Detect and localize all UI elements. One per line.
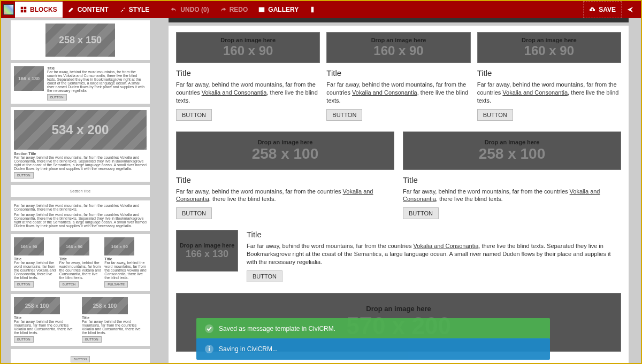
thumb-title: Section Title bbox=[14, 152, 147, 156]
app-logo bbox=[3, 4, 14, 15]
block-text[interactable]: Far far away, behind the word mountains,… bbox=[403, 188, 621, 204]
thumb-text: Far far away, behind the word mountains,… bbox=[82, 320, 147, 335]
block-template[interactable]: 534 x 200 Section Title Far far away, be… bbox=[11, 107, 150, 182]
send-icon bbox=[627, 6, 633, 13]
placeholder-image: 166 x 90 bbox=[14, 237, 44, 255]
undo-label: UNDO (0) bbox=[180, 6, 209, 13]
toast-info: Saving in CiviCRM... bbox=[196, 338, 550, 360]
placeholder-image: 258 x 150 bbox=[45, 24, 115, 57]
thumb-text: Far far away, behind the word mountains,… bbox=[14, 204, 147, 211]
block-button[interactable]: BUTTON bbox=[247, 270, 282, 282]
block-button[interactable]: BUTTON bbox=[326, 109, 362, 121]
thumb-button: BUTTON bbox=[14, 281, 34, 288]
placeholder-image: 166 x 90 bbox=[59, 237, 89, 255]
thumb-title: Title bbox=[47, 66, 147, 70]
image-dropzone[interactable]: Drop an image here160 x 90 bbox=[326, 32, 470, 63]
block-template[interactable]: 258 x 150 bbox=[11, 20, 150, 60]
placeholder-image: 166 x 130 bbox=[14, 66, 44, 91]
thumb-button: BUTTON bbox=[14, 336, 34, 343]
thumb-text: Far far away, behind the word mountains,… bbox=[14, 156, 147, 171]
block-button[interactable]: BUTTON bbox=[403, 207, 439, 219]
check-icon bbox=[205, 324, 213, 333]
block-template[interactable]: 166 x 90 Title Far far away, behind the … bbox=[11, 234, 150, 291]
thumb-text: Far far away, behind the word mountains,… bbox=[104, 261, 147, 280]
block-button[interactable]: BUTTON bbox=[176, 207, 212, 219]
tab-style[interactable]: STYLE bbox=[114, 2, 155, 18]
canvas-topstrip bbox=[169, 18, 629, 22]
block-text[interactable]: Far far away, behind the word mountains,… bbox=[176, 81, 320, 105]
block-text[interactable]: Far far away, behind the word mountains,… bbox=[176, 188, 394, 204]
thumb-title: Title bbox=[82, 316, 147, 320]
save-button[interactable]: SAVE bbox=[583, 1, 622, 18]
info-icon bbox=[205, 345, 213, 353]
thumb-text: Far far away, behind the word mountains,… bbox=[14, 320, 79, 335]
thumb-button: PULSANTE bbox=[104, 281, 128, 288]
block-template[interactable]: 258 x 100 Title Far far away, behind the… bbox=[11, 294, 150, 346]
thumb-button: BUTTON bbox=[71, 356, 90, 362]
thumb-text: Far far away, behind the word mountains,… bbox=[59, 261, 102, 280]
thumb-title: Title bbox=[14, 316, 79, 320]
thumb-text: Far far away, behind the word mountains,… bbox=[14, 261, 56, 280]
redo-label: REDO bbox=[230, 6, 248, 13]
block-title[interactable]: Title bbox=[326, 68, 470, 78]
placeholder-image: 534 x 200 bbox=[14, 110, 147, 150]
block-title[interactable]: Title bbox=[176, 68, 320, 78]
thumb-title: Title bbox=[59, 257, 102, 261]
redo-button[interactable]: REDO bbox=[215, 2, 254, 18]
block-button[interactable]: BUTTON bbox=[176, 109, 212, 121]
block-text[interactable]: Far far away, behind the word mountains,… bbox=[477, 81, 621, 105]
send-button[interactable] bbox=[622, 1, 639, 18]
blocks-icon bbox=[20, 6, 27, 13]
thumb-button: BUTTON bbox=[82, 336, 102, 343]
three-column-block[interactable]: Drop an image here160 x 90 Title Far far… bbox=[176, 32, 621, 121]
block-template[interactable]: BUTTON bbox=[11, 349, 150, 363]
block-template[interactable]: Far far away, behind the word mountains,… bbox=[11, 200, 150, 231]
gallery-button[interactable]: GALLERY bbox=[253, 2, 304, 18]
redo-icon bbox=[220, 6, 226, 13]
image-text-block[interactable]: Drop an image here166 x 130 Title Far fa… bbox=[176, 230, 621, 282]
image-dropzone[interactable]: Drop an image here258 x 100 bbox=[176, 131, 394, 170]
tab-blocks[interactable]: BLOCKS bbox=[15, 2, 63, 18]
image-dropzone[interactable]: Drop an image here166 x 130 bbox=[176, 230, 238, 272]
preview-button[interactable] bbox=[304, 2, 321, 17]
thumb-title: Title bbox=[14, 257, 56, 261]
thumb-title: Section Title bbox=[70, 189, 90, 193]
undo-button[interactable]: UNDO (0) bbox=[165, 2, 214, 18]
toast-message: Saving in CiviCRM... bbox=[219, 345, 278, 353]
block-text[interactable]: Far far away, behind the word mountains,… bbox=[247, 242, 621, 266]
cloud-icon bbox=[589, 6, 595, 13]
block-template[interactable]: Section Title bbox=[11, 185, 150, 197]
block-button[interactable]: BUTTON bbox=[477, 109, 513, 121]
toast-message: Saved as message template in CiviCRM. bbox=[219, 325, 335, 332]
image-icon bbox=[258, 6, 265, 13]
block-template[interactable]: 166 x 130 Title Far far away, behind the… bbox=[11, 63, 150, 104]
image-dropzone[interactable]: Drop an image here258 x 100 bbox=[403, 131, 621, 170]
canvas-area: Drop an image here160 x 90 Title Far far… bbox=[156, 18, 641, 363]
pencil-icon bbox=[68, 6, 74, 13]
blocks-sidebar[interactable]: 258 x 150 166 x 130 Title Far far away, … bbox=[1, 18, 156, 363]
image-dropzone[interactable]: Drop an image here160 x 90 bbox=[477, 32, 621, 63]
block-title[interactable]: Title bbox=[247, 230, 621, 239]
tab-content[interactable]: CONTENT bbox=[63, 2, 114, 18]
email-canvas[interactable]: Drop an image here160 x 90 Title Far far… bbox=[169, 18, 629, 363]
block-title[interactable]: Title bbox=[403, 175, 621, 184]
thumb-text: Far far away, behind the word mountains,… bbox=[14, 213, 147, 228]
two-column-block[interactable]: Drop an image here258 x 100 Title Far fa… bbox=[176, 131, 621, 220]
tab-style-label: STYLE bbox=[129, 6, 150, 13]
save-label: SAVE bbox=[599, 6, 616, 13]
placeholder-image: 166 x 90 bbox=[104, 237, 134, 255]
block-text[interactable]: Far far away, behind the word mountains,… bbox=[326, 81, 470, 105]
block-title[interactable]: Title bbox=[176, 175, 394, 184]
top-toolbar: BLOCKS CONTENT STYLE UNDO (0) REDO GALLE… bbox=[1, 1, 641, 18]
brush-icon bbox=[119, 6, 126, 13]
block-title[interactable]: Title bbox=[477, 68, 621, 78]
thumb-button: BUTTON bbox=[59, 281, 79, 288]
placeholder-image: 258 x 100 bbox=[14, 297, 60, 314]
image-dropzone[interactable]: Drop an image here160 x 90 bbox=[176, 32, 320, 63]
svg-point-2 bbox=[209, 346, 210, 347]
device-icon bbox=[309, 6, 316, 13]
tab-blocks-label: BLOCKS bbox=[30, 6, 57, 13]
thumb-title: Title bbox=[104, 257, 147, 261]
thumb-button: BUTTON bbox=[14, 172, 34, 179]
gallery-label: GALLERY bbox=[268, 6, 299, 13]
